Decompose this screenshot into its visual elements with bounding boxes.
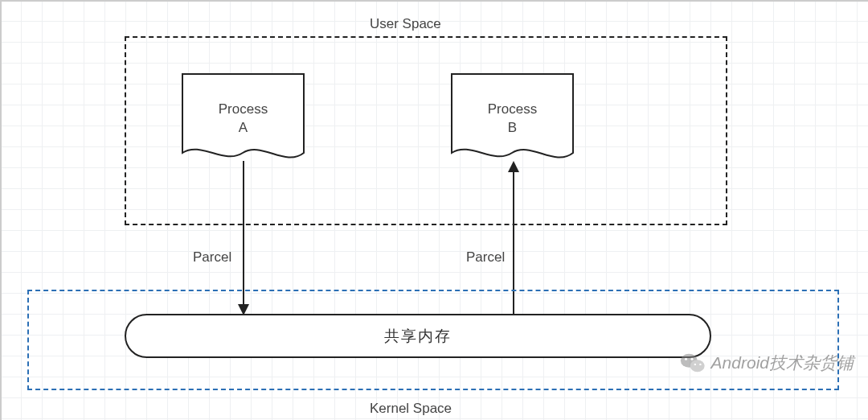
svg-point-3 <box>690 358 693 360</box>
arrowhead-up-icon <box>508 161 519 172</box>
svg-point-1 <box>690 360 704 372</box>
process-b-id: B <box>508 120 517 135</box>
arrow-line <box>243 161 244 304</box>
diagram-canvas: User Space Process A Process B Parcel Pa… <box>0 0 868 420</box>
kernel-space-label: Kernel Space <box>370 401 452 417</box>
arrow-b-label: Parcel <box>466 249 505 266</box>
svg-point-4 <box>694 364 695 365</box>
user-space-label: User Space <box>370 16 441 32</box>
watermark: Android技术杂货铺 <box>679 349 854 377</box>
wechat-icon <box>679 349 706 377</box>
svg-point-5 <box>699 364 701 365</box>
page-border-top <box>0 0 868 2</box>
shared-memory-box: 共享内存 <box>125 314 711 358</box>
shared-memory-label: 共享内存 <box>384 326 452 347</box>
svg-point-2 <box>685 358 687 360</box>
process-b-name: Process <box>488 101 537 117</box>
page-border-left <box>0 0 2 420</box>
process-b-box: Process B <box>450 72 575 169</box>
process-a-id: A <box>239 120 248 135</box>
arrow-a-label: Parcel <box>193 249 231 266</box>
watermark-text: Android技术杂货铺 <box>711 352 854 374</box>
process-a-box: Process A <box>181 72 305 169</box>
process-a-name: Process <box>219 101 268 117</box>
